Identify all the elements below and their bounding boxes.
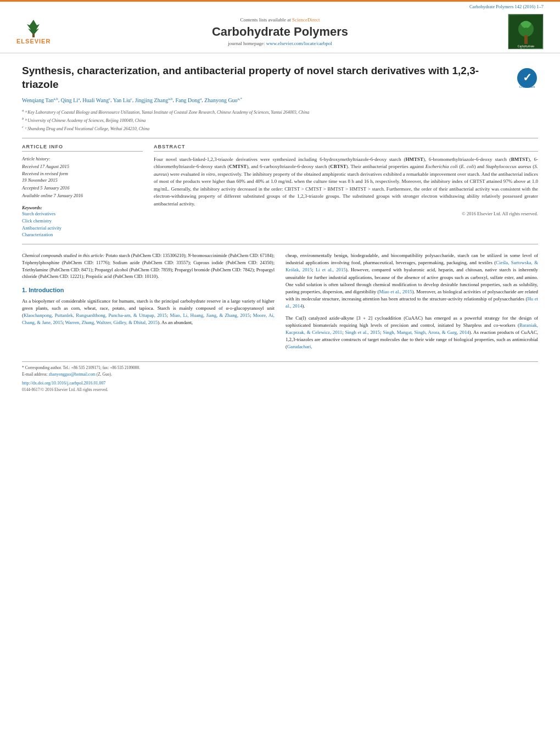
accepted-date: Accepted 5 January 2016 — [22, 185, 143, 192]
svg-rect-2 — [32, 34, 35, 37]
journal-logo-icon: Carbohydrate Polymers — [509, 15, 542, 48]
journal-logo-img: Carbohydrate Polymers — [508, 14, 544, 49]
authors: Wenqiang Tana,b, Qing Lia, Huali Wangc, … — [22, 96, 538, 104]
abstract-text: Four novel starch-linked-1,2,3-triazole … — [154, 156, 538, 208]
body-col-left: Chemical compounds studied in this artic… — [22, 252, 275, 350]
body-two-col: Chemical compounds studied in this artic… — [22, 252, 538, 350]
page: Carbohydrate Polymers 142 (2016) 1–7 ELS… — [0, 0, 560, 742]
available-date: Available online 7 January 2016 — [22, 193, 143, 199]
elsevier-logo: ELSEVIER — [16, 19, 60, 44]
keyword-click[interactable]: Click chemistry — [22, 217, 143, 225]
abstract-label: ABSTRACT — [154, 144, 538, 152]
citation-line: Carbohydrate Polymers 142 (2016) 1–7 — [0, 2, 560, 9]
received-revised: Received in revised form 19 November 201… — [22, 171, 143, 184]
author-yan[interactable]: Yan Liuc — [113, 97, 132, 103]
article-title: Synthesis, characterization, and antibac… — [22, 64, 494, 91]
email-line: E-mail address: zhanyongguo@hotmail.com … — [22, 371, 538, 377]
chemical-compounds-box: Chemical compounds studied in this artic… — [22, 252, 275, 280]
copyright-line: © 2016 Elsevier Ltd. All rights reserved… — [154, 211, 538, 216]
article-info-abstract: ARTICLE INFO Article history: Received 1… — [22, 144, 538, 238]
homepage-link[interactable]: www.elsevier.com/locate/carbpol — [266, 41, 332, 46]
author-zhanyong[interactable]: Zhanyong Guoa,* — [204, 97, 242, 103]
article-title-section: Synthesis, characterization, and antibac… — [22, 64, 538, 91]
journal-logo: Carbohydrate Polymers — [500, 14, 544, 49]
history-label: Article history: — [22, 156, 143, 163]
journal-header: ELSEVIER Contents lists available at Sci… — [0, 9, 560, 53]
doi-link[interactable]: http://dx.doi.org/10.1016/j.carbpol.2016… — [22, 381, 106, 386]
ref-hu[interactable]: Hu et al., 2014 — [285, 296, 538, 309]
intro-text-right-2: The Cu(I) catalyzed azide-alkyne [3 + 2]… — [285, 315, 538, 351]
doi-line: http://dx.doi.org/10.1016/j.carbpol.2016… — [22, 380, 538, 387]
intro-text-1: As a biopolymer of considerable signific… — [22, 298, 275, 327]
svg-text:Polymers: Polymers — [520, 47, 531, 48]
corresponding-author: * Corresponding author. Tel.: +86 535 21… — [22, 365, 538, 371]
rights-line: 0144-8617/© 2016 Elsevier Ltd. All right… — [22, 387, 538, 393]
email-label: E-mail address: — [22, 372, 48, 377]
section1-heading: 1. Introduction — [22, 286, 275, 295]
ref-singh-2014[interactable]: Singh, Mangat, Singh, Arora, & Garg, 201… — [383, 330, 469, 335]
keyword-starch[interactable]: Starch derivatives — [22, 210, 143, 217]
ref-warren[interactable]: Warren, Zhang, Waltzer, Gidley, & Dhital… — [65, 320, 158, 325]
header-center: Contents lists available at ScienceDirec… — [60, 17, 500, 46]
ref-singh-2015[interactable]: Singh et al., 2015 — [345, 330, 380, 335]
keyword-characterization[interactable]: Characterization — [22, 231, 143, 238]
homepage-line: journal homepage: www.elsevier.com/locat… — [60, 41, 500, 46]
chemical-compounds-label: Chemical compounds studied in this artic… — [22, 253, 104, 258]
author-huali[interactable]: Huali Wangc — [82, 97, 110, 103]
svg-rect-5 — [524, 35, 528, 44]
keywords-title: Keywords: — [22, 205, 143, 210]
elsevier-text: ELSEVIER — [16, 38, 51, 44]
svg-text:✓: ✓ — [523, 71, 532, 83]
body-col-right: cheap, environmentally benign, biodegrad… — [285, 252, 538, 350]
affiliations: a ᵃ Key Laboratory of Coastal Biology an… — [22, 108, 538, 132]
main-content: Synthesis, characterization, and antibac… — [0, 53, 560, 404]
citation-text: Carbohydrate Polymers 142 (2016) 1–7 — [469, 4, 544, 9]
journal-title-header: Carbohydrate Polymers — [60, 25, 500, 39]
ref-klaochanpong[interactable]: Klaochanpong, Puttanlek, Rungsardthong, … — [24, 313, 167, 318]
elsevier-tree-icon — [19, 19, 49, 38]
ref-miao-2015[interactable]: Miao, Li, Huang, Jiang, & Zhang, 2015 — [170, 313, 250, 318]
email-suffix: (Z. Guo). — [97, 372, 112, 377]
author-fang[interactable]: Fang Donga — [176, 97, 202, 103]
author-wenqiang[interactable]: Wenqiang Tana,b — [22, 97, 58, 103]
svg-text:CrossMark: CrossMark — [519, 85, 535, 88]
sciencedirect-link[interactable]: ScienceDirect — [292, 17, 320, 23]
received-date: Received 17 August 2015 — [22, 164, 143, 170]
author-jingjing[interactable]: Jingjing Zhanga,b — [135, 97, 173, 103]
email-link[interactable]: zhanyongguo@hotmail.com — [49, 372, 96, 377]
keywords-section: Keywords: Starch derivatives Click chemi… — [22, 205, 143, 238]
body-section: Chemical compounds studied in this artic… — [22, 252, 538, 350]
crossmark-icon: ✓ CrossMark — [516, 67, 538, 89]
ref-garudachari[interactable]: Garudachari, — [287, 344, 312, 349]
ref-li-2015[interactable]: Li et al., 2015 — [316, 267, 346, 272]
divider-2 — [22, 244, 538, 244]
intro-text-right-1: cheap, environmentally benign, biodegrad… — [285, 252, 538, 310]
divider-1 — [22, 138, 538, 138]
author-qing[interactable]: Qing Lia — [61, 97, 80, 103]
crossmark-logo[interactable]: ✓ CrossMark — [516, 67, 538, 89]
keyword-antibacterial[interactable]: Antibacterial activity — [22, 225, 143, 232]
footnote-section: * Corresponding author. Tel.: +86 535 21… — [22, 361, 538, 393]
article-info-label: ARTICLE INFO — [22, 144, 143, 152]
abstract-col: ABSTRACT Four novel starch-linked-1,2,3-… — [154, 144, 538, 238]
header-top-line: Contents lists available at ScienceDirec… — [60, 17, 500, 23]
ref-miao-2[interactable]: Miao et al., 2015 — [379, 289, 412, 294]
article-info-col: ARTICLE INFO Article history: Received 1… — [22, 144, 143, 238]
